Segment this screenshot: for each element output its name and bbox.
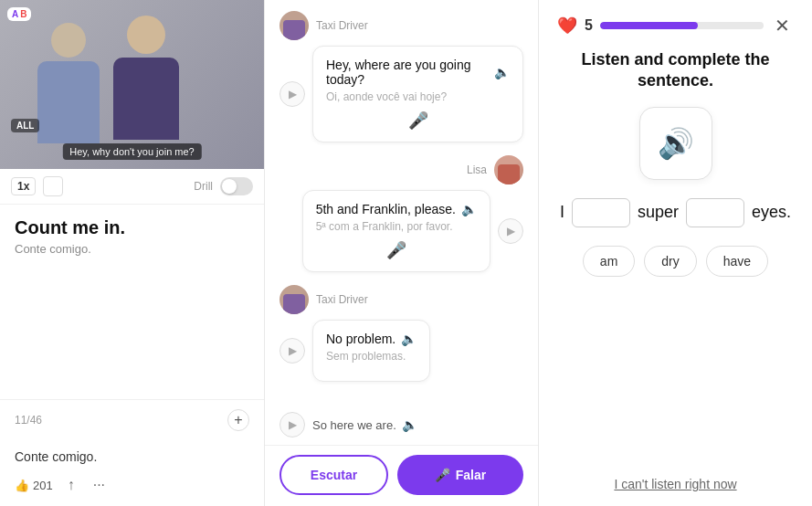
play-button-last[interactable]: ▶ xyxy=(279,412,305,437)
speed-button[interactable]: 1x xyxy=(11,177,36,195)
figure-body-right xyxy=(113,58,179,140)
cant-listen-link[interactable]: I can't listen right now xyxy=(557,477,794,491)
escutar-button[interactable]: Escutar xyxy=(279,455,388,495)
badge-a: A xyxy=(12,9,18,19)
phrase-section: Count me in. Conte comigo. xyxy=(0,205,264,263)
sentence-row: I super eyes. xyxy=(557,198,794,227)
video-caption: Hey, why don't you join me? xyxy=(62,143,201,160)
hearts-count: 5 xyxy=(585,17,593,34)
middle-panel: Taxi Driver ▶ Hey, where are you going t… xyxy=(265,0,539,506)
speaker-box[interactable]: 🔊 xyxy=(639,107,712,180)
avatar-taxi-1 xyxy=(279,11,309,40)
word-options: am dry have xyxy=(557,246,794,277)
last-message-row: ▶ So here we are. 🔈 xyxy=(265,406,538,445)
figure-body-left xyxy=(37,61,100,143)
controls-bar: 1x Drill xyxy=(0,169,264,205)
bubble-text-en-3: No problem. 🔈 xyxy=(326,332,417,346)
avatar-taxi-3 xyxy=(279,285,309,314)
word-chip-am[interactable]: am xyxy=(583,246,635,277)
like-button[interactable]: 👍 201 xyxy=(15,479,53,492)
bubble-2: 5th and Franklin, please. 🔈 5ª com a Fra… xyxy=(302,190,490,272)
figure-head-right xyxy=(127,16,165,54)
chat-header-3: Taxi Driver xyxy=(279,285,523,314)
video-container: A B ALL Hey, why don't you join me? xyxy=(0,0,264,169)
sound-icon-1: 🔈 xyxy=(494,65,510,79)
chat-message-2: Lisa 5th and Franklin, please. 🔈 5ª com … xyxy=(279,155,523,272)
instruction-text: Listen and complete the sentence. xyxy=(557,49,794,92)
chat-message-1: Taxi Driver ▶ Hey, where are you going t… xyxy=(279,11,523,142)
bottom-phrase: Conte comigo. xyxy=(0,440,264,469)
speaker-icon: 🔊 xyxy=(658,126,694,161)
all-badge: ALL xyxy=(11,119,39,132)
chat-header-2: Lisa xyxy=(279,155,523,184)
play-button-1[interactable]: ▶ xyxy=(279,81,305,107)
right-panel-header: ❤️ 5 ✕ xyxy=(557,15,794,37)
play-button-3[interactable]: ▶ xyxy=(279,338,305,364)
bubble-3: No problem. 🔈 Sem problemas. xyxy=(312,320,430,382)
sound-icon-3: 🔈 xyxy=(401,332,417,346)
bubble-text-en-2: 5th and Franklin, please. 🔈 xyxy=(316,202,477,216)
card-footer: 11/46 + xyxy=(0,399,264,440)
word-chip-have[interactable]: have xyxy=(706,246,768,277)
add-button[interactable]: + xyxy=(227,409,249,431)
speaker-name-3: Taxi Driver xyxy=(316,293,368,306)
play-button-2[interactable]: ▶ xyxy=(498,218,523,244)
subtitle-toggle-button[interactable] xyxy=(43,176,63,196)
sound-icon-2: 🔈 xyxy=(461,202,477,216)
record-icon-2[interactable]: 🎤 xyxy=(316,240,477,260)
bubble-1: Hey, where are you going today? 🔈 Oi, ao… xyxy=(312,46,523,142)
figure-head-left xyxy=(51,23,86,58)
right-panel: ❤️ 5 ✕ Listen and complete the sentence.… xyxy=(539,0,812,506)
speaker-name-1: Taxi Driver xyxy=(316,19,368,32)
avatar-lisa xyxy=(494,155,523,184)
more-button[interactable]: ··· xyxy=(90,475,109,495)
chat-header-1: Taxi Driver xyxy=(279,11,523,40)
sound-icon-last: 🔈 xyxy=(402,417,417,432)
drill-toggle[interactable] xyxy=(220,177,253,195)
phrase-english: Count me in. xyxy=(15,217,249,238)
word-chip-dry[interactable]: dry xyxy=(644,246,696,277)
heart-icon: ❤️ xyxy=(557,16,577,36)
like-icon: 👍 xyxy=(15,479,29,492)
phrase-portuguese: Conte comigo. xyxy=(15,242,249,256)
speaker-name-2: Lisa xyxy=(467,163,487,176)
sentence-word-3: eyes. xyxy=(752,203,791,222)
progress-bar-fill xyxy=(600,22,698,29)
chat-area: Taxi Driver ▶ Hey, where are you going t… xyxy=(265,0,538,406)
bubble-text-pt-3: Sem problemas. xyxy=(326,350,417,363)
figure-right xyxy=(100,16,192,143)
share-button[interactable]: ↑ xyxy=(64,475,79,495)
video-badge: A B xyxy=(7,7,31,21)
action-row: 👍 201 ↑ ··· xyxy=(0,469,264,506)
like-count: 201 xyxy=(33,479,53,492)
mic-icon: 🎤 xyxy=(435,468,450,482)
blank-box-2[interactable] xyxy=(686,198,744,227)
figure-left xyxy=(27,23,110,142)
bubble-text-pt-2: 5ª com a Franklin, por favor. xyxy=(316,220,477,233)
record-icon-1[interactable]: 🎤 xyxy=(326,111,510,131)
close-button[interactable]: ✕ xyxy=(771,15,794,37)
bubble-text-pt-1: Oi, aonde você vai hoje? xyxy=(326,90,510,103)
sentence-word-2: super xyxy=(638,203,679,222)
chat-message-3: Taxi Driver ▶ No problem. 🔈 Sem problema… xyxy=(279,285,523,382)
bubble-text-en-1: Hey, where are you going today? 🔈 xyxy=(326,58,510,87)
last-message-text: So here we are. 🔈 xyxy=(312,417,417,432)
chat-bottom: Escutar 🎤 Falar xyxy=(265,445,538,506)
progress-bar xyxy=(600,22,764,29)
left-panel: A B ALL Hey, why don't you join me? 1x D… xyxy=(0,0,265,506)
toggle-knob xyxy=(222,179,237,194)
sentence-word-1: I xyxy=(560,203,564,222)
falar-button[interactable]: 🎤 Falar xyxy=(397,455,523,495)
badge-b: B xyxy=(20,9,26,19)
drill-label: Drill xyxy=(194,180,213,193)
blank-box-1[interactable] xyxy=(572,198,630,227)
card-count: 11/46 xyxy=(15,414,42,427)
